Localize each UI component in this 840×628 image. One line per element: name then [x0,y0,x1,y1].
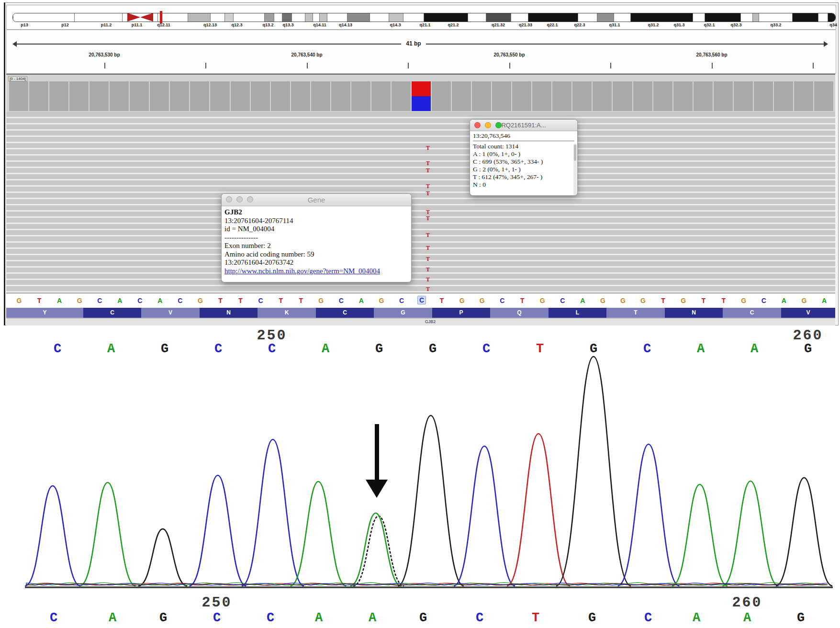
base-call: C [267,611,274,625]
coverage-bar [210,81,229,111]
coverage-bar [170,81,189,111]
trace-peak-c [242,439,304,586]
ncbi-gene-link[interactable]: http://www.ncbi.nlm.nih.gov/gene?term=NM… [224,267,380,275]
sequence-base: C [97,297,102,304]
sequence-base: C [137,297,142,304]
close-button[interactable] [226,196,232,202]
cytoband [759,13,793,22]
trace-peak-g [556,357,631,586]
coverage-bar [351,81,370,111]
cytoband [630,13,693,22]
coverage-bar [371,81,391,111]
cytoband [319,13,327,22]
gene-info-line: Amino acid coding number: 59 [224,250,408,259]
amino-acid-block: P [432,308,491,318]
gene-info-popup[interactable]: Gene GJB2 13:20761604-20767114id = NM_00… [221,193,412,282]
popup-title-bar[interactable]: RQ2161591:A... [470,120,577,131]
coverage-bar [130,81,149,111]
gene-track-label: GJB2 [425,319,436,324]
sequence-base: C [178,297,182,304]
sequence-base: T [218,297,223,304]
cytoband [578,13,597,22]
trace-peak-g [398,415,464,586]
minimize-button[interactable] [485,122,491,128]
amino-acid-track: YCVNKCGPQLTNCV [6,308,835,318]
trace-peak-a [80,482,136,586]
sequence-base: A [57,297,62,304]
alignment-track[interactable] [6,112,835,293]
popup-title-bar[interactable]: Gene [222,194,411,206]
coverage-bar [150,81,169,111]
cytoband [305,13,313,22]
coverage-bar [69,81,89,111]
sequence-base: A [822,297,827,304]
sequence-base: G [741,297,746,304]
amino-acid-block: C [723,308,782,318]
allele-count-body: 13:20,763,546 Total count: 1314A : 1 (0%… [470,131,577,191]
gene-info-line: -------------- [224,234,408,242]
amino-acid-block: Y [6,308,84,318]
mismatch-base-t: T [426,216,430,221]
allele-count-line: A : 1 (0%, 1+, 0- ) [473,150,574,158]
gene-info-line: Exon number: 2 [224,242,408,250]
ruler-tick-mark [509,63,510,68]
amino-acid-block: Q [490,308,549,318]
sequence-base: C [339,297,344,304]
mismatch-base-t: T [426,287,430,292]
coverage-bar [673,81,693,111]
popup-title: Gene [308,196,325,204]
figure-canvas: p13p12p11.2p11.1q12.11q12.13q12.3q13.2q1… [0,0,840,628]
cytoband-label: q21.33 [519,22,532,27]
allele-count-line: C : 699 (53%, 365+, 334- ) [473,158,574,166]
cytoband-label: q14.13 [339,22,352,27]
base-call: G [797,611,805,625]
base-call: C [476,611,483,625]
zoom-button[interactable] [247,196,253,202]
sequence-base: G [480,297,485,304]
sequence-base: C [762,297,766,304]
sequence-track[interactable]: GTAGCACACGTTCTTGCAGCCTGGCTGCAGGGTGTTGCAG… [6,293,835,308]
cytoband [282,13,292,22]
sequence-base: A [782,297,786,304]
amino-acid-block: N [665,308,723,318]
ruler-tick-mark [408,63,409,68]
zoom-button[interactable] [495,122,502,128]
ruler-tick-label: 20,763,560 bp [696,52,727,57]
ruler-tick-label: 20,763,550 bp [493,52,525,57]
chromosome-ideogram[interactable]: p13p12p11.2p11.1q12.11q12.13q12.3q13.2q1… [6,5,836,30]
cytoband [389,13,403,22]
amino-acid-block: V [781,308,836,318]
sequence-base: T [279,297,283,304]
allele-count-popup[interactable]: RQ2161591:A... 13:20,763,546 Total count… [470,119,578,196]
amino-acid-block: L [549,308,607,318]
coverage-bar [9,81,28,111]
trace-peak-g [776,478,832,586]
cytoband [486,13,511,22]
cytoband [693,13,705,22]
sequence-base: G [600,297,605,304]
cytoband-label: q33.2 [770,22,781,27]
locus-ruler[interactable]: 41 bp 20,763,530 bp20,763,540 bp20,763,5… [6,30,836,74]
sequence-base: G [801,297,806,304]
sequence-base: A [157,297,162,304]
minimize-button[interactable] [236,196,243,202]
position-number: 260 [732,594,762,611]
cytoband-label: p12 [61,22,69,27]
popup-scrollbar[interactable] [573,144,577,196]
gene-info-line: 13:20761604-20767114 [224,217,408,225]
sequence-base: G [198,297,203,304]
close-button[interactable] [474,122,481,128]
base-call: A [743,611,751,625]
gene-track[interactable]: GJB2 [6,318,835,325]
cytoband [264,13,274,22]
amino-acid-block: C [316,308,374,318]
cytoband [224,13,234,22]
ruler-tick-mark [307,63,308,68]
coverage-bar [90,81,109,111]
cytoband [313,13,320,22]
variant-allele-bar-top [412,81,431,96]
sequence-base: G [17,297,22,304]
sequence-base: T [37,297,42,304]
cytoband-label: q31.2 [648,22,659,27]
sequence-base: C [500,297,504,304]
